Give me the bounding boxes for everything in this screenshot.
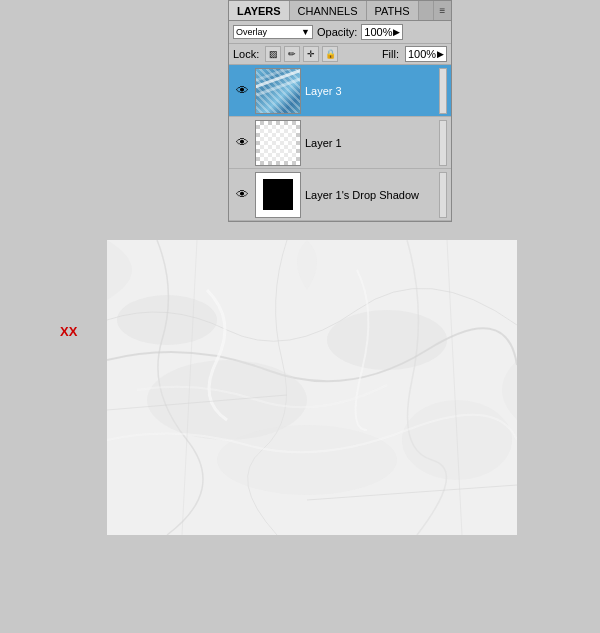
lock-position-button[interactable]: ✛ — [303, 46, 319, 62]
layer-thumb-drop-shadow — [255, 172, 301, 218]
svg-point-4 — [117, 295, 217, 345]
blend-mode-arrow: ▼ — [301, 27, 310, 37]
layers-list: 👁 Layer 3 👁 Layer 1 👁 Lay — [229, 65, 451, 221]
opacity-label: Opacity: — [317, 26, 357, 38]
layer-name-layer1: Layer 1 — [305, 137, 342, 149]
lock-icons: ▨ ✏ ✛ 🔒 — [265, 46, 338, 62]
lock-label: Lock: — [233, 48, 259, 60]
opacity-input[interactable]: 100% ▶ — [361, 24, 403, 40]
tab-paths[interactable]: PATHS — [367, 1, 419, 20]
blend-mode-select[interactable]: Overlay ▼ — [233, 25, 313, 39]
tab-layers[interactable]: LAYERS — [229, 1, 290, 20]
layer-item-drop-shadow[interactable]: 👁 Layer 1's Drop Shadow — [229, 169, 451, 221]
fill-input[interactable]: 100% ▶ — [405, 46, 447, 62]
visibility-eye-layer3[interactable]: 👁 — [233, 82, 251, 100]
lock-transparent-button[interactable]: ▨ — [265, 46, 281, 62]
lock-all-button[interactable]: 🔒 — [322, 46, 338, 62]
svg-point-2 — [327, 310, 447, 370]
fill-label: Fill: — [382, 48, 399, 60]
layer-name-drop-shadow: Layer 1's Drop Shadow — [305, 189, 419, 201]
visibility-eye-layer1[interactable]: 👁 — [233, 134, 251, 152]
layers-panel: LAYERS CHANNELS PATHS ≡ Overlay ▼ Opacit… — [228, 0, 452, 222]
svg-point-3 — [217, 425, 397, 495]
fill-arrow[interactable]: ▶ — [437, 49, 444, 59]
crumpled-paper — [107, 240, 517, 535]
layer-name-layer3: Layer 3 — [305, 85, 342, 97]
canvas-image — [107, 240, 517, 535]
lock-row: Lock: ▨ ✏ ✛ 🔒 Fill: 100% ▶ — [229, 44, 451, 65]
layer-item-layer3[interactable]: 👁 Layer 3 — [229, 65, 451, 117]
lock-image-button[interactable]: ✏ — [284, 46, 300, 62]
blend-opacity-row: Overlay ▼ Opacity: 100% ▶ — [229, 21, 451, 44]
panel-menu-button[interactable]: ≡ — [433, 1, 451, 20]
tab-channels[interactable]: CHANNELS — [290, 1, 367, 20]
layer-thumb-layer3 — [255, 68, 301, 114]
visibility-eye-drop-shadow[interactable]: 👁 — [233, 186, 251, 204]
xx-label: XX — [60, 324, 77, 339]
layer-item-layer1[interactable]: 👁 Layer 1 — [229, 117, 451, 169]
panel-tabs: LAYERS CHANNELS PATHS ≡ — [229, 1, 451, 21]
opacity-arrow[interactable]: ▶ — [393, 27, 400, 37]
layer-thumb-layer1 — [255, 120, 301, 166]
